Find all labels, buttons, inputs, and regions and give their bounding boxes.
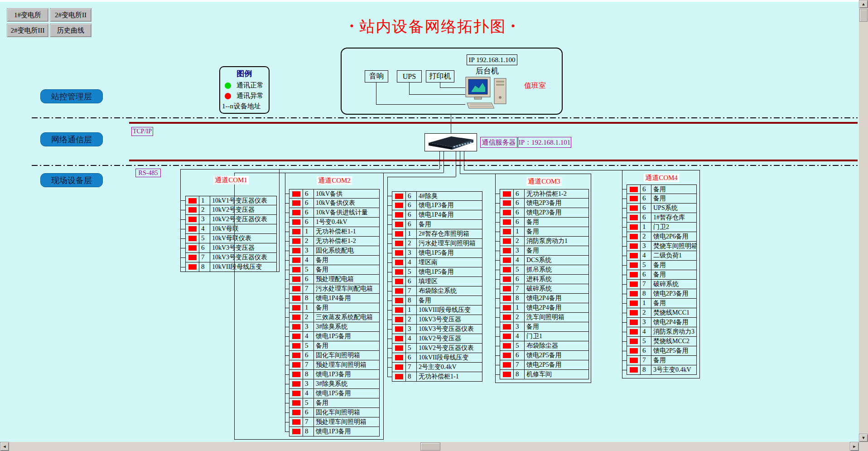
device-name: 馈电2P5备用 — [525, 351, 588, 360]
device-name: 10kVIII段母线压变 — [417, 306, 482, 315]
title-bullet-left: • — [350, 19, 355, 33]
vertical-scroll-thumb[interactable] — [859, 9, 868, 22]
comm-status-led — [630, 367, 638, 373]
device-name: 馈电2P5备用 — [525, 360, 588, 369]
row-stub-line — [495, 241, 500, 242]
scroll-left-button[interactable]: ◄ — [0, 442, 9, 451]
scroll-down-button[interactable]: ▼ — [859, 434, 868, 442]
device-name: UPS系统 — [651, 204, 696, 213]
comm-status-led — [292, 219, 300, 225]
page-title: • 站内设备网络拓扑图 • — [350, 16, 516, 37]
device-row: 8无功补偿柜1-1 — [392, 372, 482, 382]
status-cell — [392, 296, 406, 305]
channel-header: 通道COM2 — [317, 176, 352, 185]
status-cell — [289, 294, 303, 303]
status-cell — [627, 213, 641, 222]
nav-button-substation2-2[interactable]: 2#变电所II — [50, 8, 92, 22]
scroll-up-button[interactable]: ▲ — [859, 0, 868, 8]
comm-status-led — [630, 224, 638, 230]
comm-status-led — [503, 372, 511, 377]
horizontal-scroll-thumb[interactable] — [420, 442, 440, 451]
comm-status-led — [292, 381, 300, 387]
comm-status-led — [395, 345, 403, 351]
status-cell — [289, 389, 303, 398]
device-address: 6 — [514, 218, 525, 227]
device-address: 7 — [303, 284, 314, 293]
layer-button-station-control[interactable]: 站控管理层 — [40, 89, 103, 103]
device-row: 5备用 — [289, 398, 380, 408]
vertical-scrollbar[interactable]: ▲ ▼ — [859, 0, 868, 442]
legend-item-device-address: 1--n 设备地址 — [222, 102, 269, 110]
layer-button-network-comm[interactable]: 网络通信层 — [40, 132, 103, 146]
row-stub-line — [622, 322, 627, 323]
device-address: 6 — [641, 270, 651, 279]
status-cell — [392, 229, 406, 238]
row-stub-line — [387, 215, 392, 215]
device-row: 7破碎系统 — [627, 280, 697, 289]
tcpip-bus-line — [129, 122, 858, 124]
comm-status-led — [188, 236, 197, 241]
comm-status-led — [292, 210, 300, 215]
status-cell — [186, 196, 199, 205]
device-address: 6 — [514, 208, 525, 217]
device-row: 8馈电1P3备用 — [289, 370, 380, 379]
device-row: 8馈电2P3备用 — [627, 289, 697, 299]
comm-status-led — [292, 267, 300, 272]
nav-button-substation2-3[interactable]: 2#变电所III — [7, 24, 48, 37]
device-address: 2 — [514, 237, 525, 246]
device-address: 4 — [406, 258, 417, 267]
device-row: 2焚烧线MCC1 — [627, 308, 697, 318]
status-cell — [289, 256, 303, 265]
comm-status-led — [503, 229, 511, 234]
comm-status-led — [503, 200, 511, 206]
layer-button-field-device[interactable]: 现场设备层 — [40, 173, 103, 187]
nav-button-history-curve[interactable]: 历史曲线 — [50, 24, 92, 37]
device-address: 5 — [303, 341, 314, 350]
status-cell — [627, 232, 641, 241]
row-stub-line — [622, 370, 627, 370]
device-row: 4馈电1P5备用 — [289, 389, 380, 398]
channel-trunk-line — [622, 170, 622, 370]
device-address: 7 — [514, 284, 525, 293]
device-row: 6备用 — [627, 194, 697, 204]
device-row: 72号主变0.4kV — [392, 363, 482, 372]
status-cell — [289, 313, 303, 322]
device-address: 4 — [514, 332, 525, 341]
tcpip-label: TCP/IP — [131, 127, 153, 136]
device-row: 5布袋除尘器 — [500, 341, 589, 351]
device-name: 3号主变0.4kV — [651, 365, 696, 374]
scroll-right-button[interactable]: ► — [850, 442, 859, 451]
row-stub-line — [622, 313, 627, 313]
horizontal-scrollbar[interactable]: ◄ ► — [0, 442, 859, 451]
device-row: 2消防泵房动力1 — [500, 237, 589, 246]
device-row: 5备用 — [289, 341, 380, 351]
device-address: 6 — [303, 199, 314, 208]
connector-line — [409, 94, 465, 95]
comm-status-led — [395, 231, 403, 237]
page-title-text: 站内设备网络拓扑图 — [360, 18, 506, 35]
comm-status-led — [503, 353, 511, 358]
status-cell — [500, 246, 514, 255]
device-row: 2无功补偿柜1-2 — [289, 237, 380, 246]
status-cell — [500, 265, 514, 274]
device-row: 3备用 — [500, 246, 589, 256]
row-stub-line — [495, 298, 500, 299]
comm-status-led — [630, 301, 638, 306]
status-cell — [627, 318, 641, 327]
device-name: 破碎系统 — [525, 284, 588, 293]
device-address: 3 — [406, 248, 417, 257]
nav-button-substation1[interactable]: 1#变电所 — [7, 8, 48, 22]
row-stub-line — [495, 327, 500, 327]
device-row: 8馈电1P4备用 — [289, 294, 380, 303]
row-stub-line — [285, 222, 289, 223]
row-stub-line — [387, 377, 392, 377]
device-name: 馈电1P3备用 — [417, 201, 482, 210]
comm-status-led — [188, 217, 197, 222]
device-address: 8 — [406, 296, 417, 305]
device-name: 无功补偿柜1-1 — [417, 372, 482, 381]
device-row: 61号变0.4kV — [289, 218, 380, 227]
ups-device-box: UPS — [397, 70, 422, 82]
status-cell — [289, 189, 303, 198]
device-name: 馈电1P3备用 — [314, 427, 379, 436]
device-name: 焚烧线MCC2 — [651, 337, 696, 346]
